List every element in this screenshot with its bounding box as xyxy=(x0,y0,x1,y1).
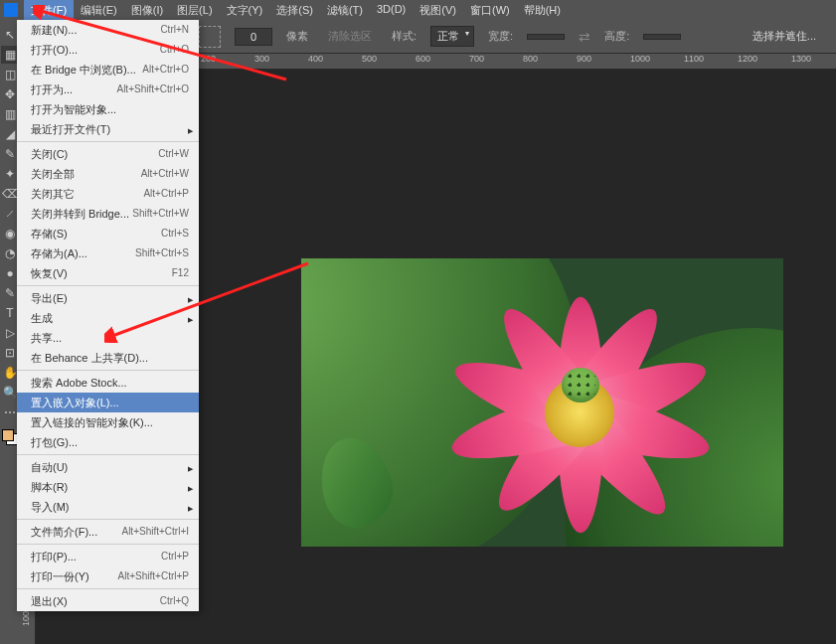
document-image[interactable] xyxy=(301,258,783,547)
menu-item[interactable]: 打开(O)...Ctrl+O xyxy=(17,40,199,60)
menu-帮助(H)[interactable]: 帮助(H) xyxy=(517,0,568,21)
menu-item[interactable]: 打包(G)... xyxy=(17,432,199,452)
menu-item[interactable]: 置入嵌入对象(L)... xyxy=(17,393,199,412)
style-label: 样式: xyxy=(392,29,417,44)
file-menu-dropdown[interactable]: 新建(N)...Ctrl+N打开(O)...Ctrl+O在 Bridge 中浏览… xyxy=(17,20,199,611)
menu-选择(S)[interactable]: 选择(S) xyxy=(269,0,320,21)
menu-item[interactable]: 脚本(R) xyxy=(17,477,199,497)
marquee-tool-icon xyxy=(199,26,221,48)
menu-item[interactable]: 存储为(A)...Shift+Ctrl+S xyxy=(17,243,199,263)
width-label: 宽度: xyxy=(488,29,513,44)
menu-item[interactable]: 恢复(V)F12 xyxy=(17,263,199,283)
feather-value[interactable]: 0 xyxy=(235,28,272,46)
menu-窗口(W)[interactable]: 窗口(W) xyxy=(463,0,517,21)
menu-图层(L)[interactable]: 图层(L) xyxy=(170,0,219,21)
menu-item[interactable]: 关闭全部Alt+Ctrl+W xyxy=(17,164,199,184)
menu-item[interactable]: 打开为...Alt+Shift+Ctrl+O xyxy=(17,80,199,99)
menu-item[interactable]: 关闭(C)Ctrl+W xyxy=(17,144,199,164)
px-label: 像素 xyxy=(286,29,308,44)
menu-item[interactable]: 在 Behance 上共享(D)... xyxy=(17,348,199,368)
height-label: 高度: xyxy=(604,29,629,44)
menu-文字(Y)[interactable]: 文字(Y) xyxy=(220,0,270,21)
menu-滤镜(T)[interactable]: 滤镜(T) xyxy=(320,0,370,21)
menu-item[interactable]: 新建(N)...Ctrl+N xyxy=(17,20,199,40)
color-swatch[interactable] xyxy=(2,429,18,445)
menu-文件(F)[interactable]: 文件(F) xyxy=(24,0,74,21)
clear-selection-button[interactable]: 清除选区 xyxy=(322,27,378,46)
swap-dimensions-icon[interactable]: ⇄ xyxy=(579,29,590,45)
menu-item[interactable]: 生成 xyxy=(17,308,199,328)
menu-item[interactable]: 打印一份(Y)Alt+Shift+Ctrl+P xyxy=(17,566,199,586)
menu-3D(D)[interactable]: 3D(D) xyxy=(370,0,413,21)
menu-item[interactable]: 自动(U) xyxy=(17,457,199,477)
menu-item[interactable]: 存储(S)Ctrl+S xyxy=(17,224,199,243)
app-logo-icon xyxy=(4,3,18,17)
menu-item[interactable]: 关闭并转到 Bridge...Shift+Ctrl+W xyxy=(17,204,199,224)
menu-item[interactable]: 打印(P)...Ctrl+P xyxy=(17,547,199,566)
width-input[interactable] xyxy=(527,34,565,40)
height-input[interactable] xyxy=(643,34,681,40)
menu-item[interactable]: 导出(E) xyxy=(17,288,199,308)
style-dropdown[interactable]: 正常 xyxy=(430,26,474,47)
menu-视图(V)[interactable]: 视图(V) xyxy=(413,0,463,21)
menu-item[interactable]: 打开为智能对象... xyxy=(17,99,199,119)
select-and-mask-button[interactable]: 选择并遮住... xyxy=(752,29,816,44)
menu-item[interactable]: 文件简介(F)...Alt+Shift+Ctrl+I xyxy=(17,522,199,542)
menu-item[interactable]: 最近打开文件(T) xyxy=(17,119,199,139)
menubar: 文件(F)编辑(E)图像(I)图层(L)文字(Y)选择(S)滤镜(T)3D(D)… xyxy=(0,0,836,20)
menu-item[interactable]: 关闭其它Alt+Ctrl+P xyxy=(17,184,199,204)
menu-item[interactable]: 导入(M) xyxy=(17,497,199,517)
menu-item[interactable]: 置入链接的智能对象(K)... xyxy=(17,412,199,432)
menu-图像(I)[interactable]: 图像(I) xyxy=(124,0,170,21)
menu-item[interactable]: 在 Bridge 中浏览(B)...Alt+Ctrl+O xyxy=(17,60,199,80)
menu-编辑(E)[interactable]: 编辑(E) xyxy=(74,0,124,21)
menu-item[interactable]: 搜索 Adobe Stock... xyxy=(17,373,199,393)
menu-item[interactable]: 退出(X)Ctrl+Q xyxy=(17,591,199,611)
lotus-flower xyxy=(420,283,758,522)
menu-item[interactable]: 共享... xyxy=(17,328,199,348)
